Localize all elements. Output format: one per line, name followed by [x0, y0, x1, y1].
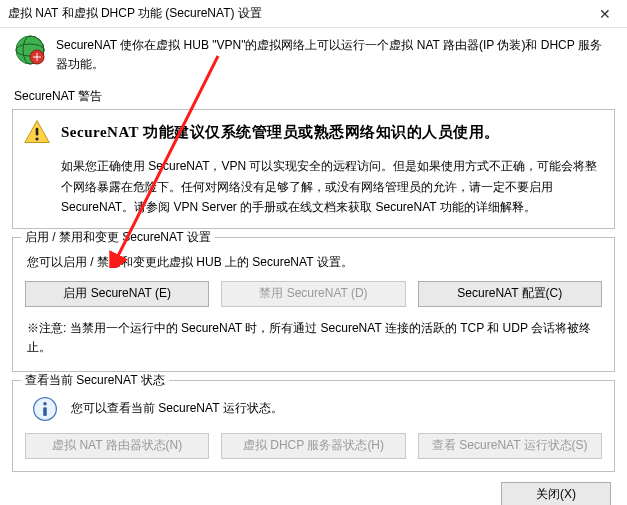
globe-icon	[14, 34, 46, 66]
warning-body: 如果您正确使用 SecureNAT，VPN 可以实现安全的远程访问。但是如果使用…	[61, 156, 604, 217]
intro-row: SecureNAT 使你在虚拟 HUB "VPN"的虚拟网络上可以运行一个虚拟 …	[12, 32, 615, 80]
manage-legend: 启用 / 禁用和变更 SecureNAT 设置	[21, 229, 215, 246]
securenat-runtime-status-button: 查看 SecureNAT 运行状态(S)	[418, 433, 602, 459]
enable-securenat-button[interactable]: 启用 SecureNAT (E)	[25, 281, 209, 307]
status-fieldset: 查看当前 SecureNAT 状态 您可以查看当前 SecureNAT 运行状态…	[12, 380, 615, 472]
warning-icon	[23, 118, 51, 146]
nat-router-status-button: 虚拟 NAT 路由器状态(N)	[25, 433, 209, 459]
info-icon	[31, 395, 59, 423]
disable-securenat-button: 禁用 SecureNAT (D)	[221, 281, 405, 307]
svg-rect-4	[36, 128, 39, 136]
status-desc: 您可以查看当前 SecureNAT 运行状态。	[71, 400, 283, 417]
warning-headline: SecureNAT 功能建议仅系统管理员或熟悉网络知识的人员使用。	[61, 123, 500, 142]
window-title: 虚拟 NAT 和虚拟 DHCP 功能 (SecureNAT) 设置	[8, 5, 583, 22]
manage-fieldset: 启用 / 禁用和变更 SecureNAT 设置 您可以启用 / 禁用和变更此虚拟…	[12, 237, 615, 372]
dhcp-server-status-button: 虚拟 DHCP 服务器状态(H)	[221, 433, 405, 459]
intro-text: SecureNAT 使你在虚拟 HUB "VPN"的虚拟网络上可以运行一个虚拟 …	[56, 34, 613, 74]
client-area: SecureNAT 使你在虚拟 HUB "VPN"的虚拟网络上可以运行一个虚拟 …	[0, 28, 627, 505]
svg-rect-8	[43, 407, 47, 416]
titlebar: 虚拟 NAT 和虚拟 DHCP 功能 (SecureNAT) 设置 ✕	[0, 0, 627, 28]
securenat-config-button[interactable]: SecureNAT 配置(C)	[418, 281, 602, 307]
status-legend: 查看当前 SecureNAT 状态	[21, 372, 169, 389]
close-icon[interactable]: ✕	[583, 0, 627, 28]
manage-note: ※注意: 当禁用一个运行中的 SecureNAT 时，所有通过 SecureNA…	[27, 319, 600, 357]
svg-point-5	[35, 138, 38, 141]
warning-label: SecureNAT 警告	[14, 88, 615, 105]
close-button[interactable]: 关闭(X)	[501, 482, 611, 505]
footer: 关闭(X)	[12, 472, 615, 505]
manage-desc: 您可以启用 / 禁用和变更此虚拟 HUB 上的 SecureNAT 设置。	[27, 254, 602, 271]
svg-point-7	[43, 402, 47, 406]
warning-panel: SecureNAT 功能建议仅系统管理员或熟悉网络知识的人员使用。 如果您正确使…	[12, 109, 615, 228]
